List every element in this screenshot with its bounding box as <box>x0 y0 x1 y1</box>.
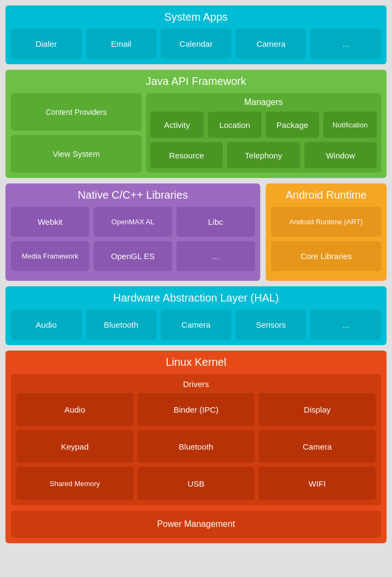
kernel-bluetooth-cell: Bluetooth <box>138 430 255 463</box>
linux-kernel-layer: Linux Kernel Drivers Audio Binder (IPC) … <box>5 351 387 543</box>
package-cell: Package <box>266 112 319 138</box>
native-row1: Webkit OpenMAX AL Libc <box>11 207 255 237</box>
hal-layer: Hardware Abstraction Layer (HAL) Audio B… <box>5 286 387 345</box>
media-framework-cell: Media Framework <box>11 241 89 271</box>
keypad-cell: Keypad <box>16 430 133 463</box>
native-row2: Media Framework OpenGL ES ... <box>11 241 255 271</box>
core-libraries-cell: Core Libraries <box>271 241 381 271</box>
drivers-title: Drivers <box>16 379 376 389</box>
display-cell: Display <box>259 393 376 426</box>
telephony-cell: Telephony <box>227 142 299 168</box>
kernel-camera-cell: Camera <box>259 430 376 463</box>
libc-cell: Libc <box>176 207 255 237</box>
native-libs-title: Native C/C++ Libraries <box>11 189 255 201</box>
camera-cell: Camera <box>236 29 307 59</box>
drivers-container: Drivers Audio Binder (IPC) Display Keypa… <box>11 374 381 505</box>
middle-row: Native C/C++ Libraries Webkit OpenMAX AL… <box>5 183 387 281</box>
openmax-cell: OpenMAX AL <box>94 207 172 237</box>
java-api-left: Content Providers View System <box>11 93 142 173</box>
notification-cell: Notification <box>323 112 377 138</box>
binder-cell: Binder (IPC) <box>138 393 255 426</box>
opengl-cell: OpenGL ES <box>94 241 172 271</box>
usb-cell: USB <box>138 467 255 500</box>
java-api-inner: Content Providers View System Managers A… <box>11 93 381 173</box>
hal-row: Audio Bluetooth Camera Sensors ... <box>11 310 381 340</box>
managers-container: Managers Activity Location Package Notif… <box>146 93 381 173</box>
webkit-cell: Webkit <box>11 207 89 237</box>
system-apps-row: Dialer Email Calendar Camera ... <box>11 29 381 59</box>
system-apps-layer: System Apps Dialer Email Calendar Camera… <box>5 5 387 64</box>
window-cell: Window <box>304 142 377 168</box>
view-system-cell: View System <box>11 135 142 173</box>
hal-audio-cell: Audio <box>11 310 82 340</box>
drivers-row3: Shared Memory USB WIFI <box>16 467 376 500</box>
hal-more-cell: ... <box>310 310 381 340</box>
native-libs-layer: Native C/C++ Libraries Webkit OpenMAX AL… <box>5 183 260 281</box>
dialer-cell: Dialer <box>11 29 82 59</box>
location-cell: Location <box>208 112 261 138</box>
linux-kernel-title: Linux Kernel <box>11 356 381 369</box>
hal-title: Hardware Abstraction Layer (HAL) <box>11 292 381 304</box>
hal-bluetooth-cell: Bluetooth <box>86 310 157 340</box>
managers-row2: Resource Telephony Window <box>150 142 377 168</box>
managers-title: Managers <box>150 97 377 107</box>
shared-memory-cell: Shared Memory <box>16 467 133 500</box>
hal-camera-cell: Camera <box>161 310 231 340</box>
calendar-cell: Calendar <box>161 29 231 59</box>
drivers-row2: Keypad Bluetooth Camera <box>16 430 376 463</box>
android-runtime-title: Android Runtime <box>271 189 381 201</box>
managers-row1: Activity Location Package Notification <box>150 112 377 138</box>
resource-cell: Resource <box>150 142 223 168</box>
kernel-audio-cell: Audio <box>16 393 133 426</box>
drivers-row1: Audio Binder (IPC) Display <box>16 393 376 426</box>
android-runtime-layer: Android Runtime Android Runtime (ART) Co… <box>266 183 387 281</box>
art-cell: Android Runtime (ART) <box>271 207 381 237</box>
email-cell: Email <box>86 29 157 59</box>
native-more-cell: ... <box>176 241 255 271</box>
java-api-layer: Java API Framework Content Providers Vie… <box>5 70 387 178</box>
activity-cell: Activity <box>150 112 204 138</box>
more-cell: ... <box>310 29 381 59</box>
hal-sensors-cell: Sensors <box>236 310 307 340</box>
content-providers-cell: Content Providers <box>11 93 142 131</box>
java-api-title: Java API Framework <box>11 75 381 88</box>
system-apps-title: System Apps <box>11 11 381 23</box>
power-management-cell: Power Management <box>11 511 381 538</box>
wifi-cell: WIFI <box>259 467 376 500</box>
